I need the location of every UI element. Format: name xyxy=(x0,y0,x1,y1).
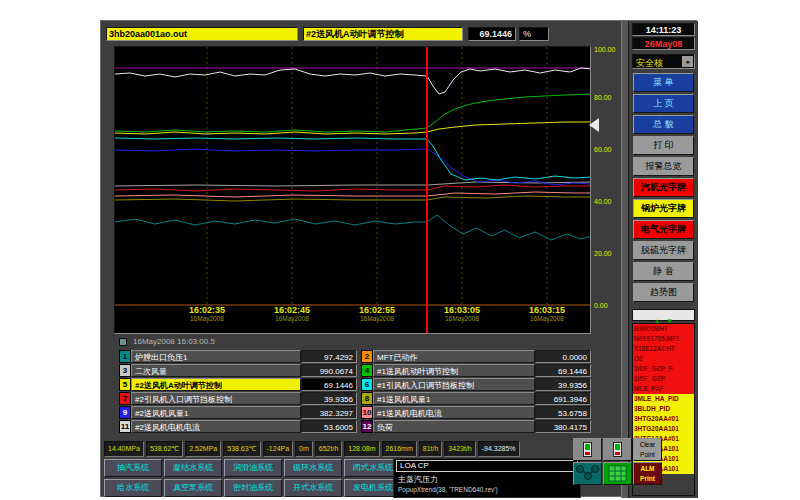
network-button[interactable] xyxy=(573,462,602,485)
toolbar-open-water[interactable]: 开式水系统 xyxy=(284,479,342,497)
trend-series-idf1-damper xyxy=(115,138,590,180)
alarm-print-label-1: ALM xyxy=(634,464,661,474)
sidebar-page-up-button[interactable]: 上 页 xyxy=(633,94,694,113)
status-main-steam-pressure: 14.40MPa xyxy=(104,441,144,457)
legend-row-4[interactable]: 4 #1送风机动叶调节控制 69.1446 xyxy=(361,364,591,377)
command-input[interactable]: LOA CP xyxy=(396,460,578,472)
signal-lamp-button-2[interactable] xyxy=(603,438,632,461)
pen-label-5: #2送风机A动叶调节控制 xyxy=(131,378,301,391)
toolbar-seal-oil[interactable]: 密封油系统 xyxy=(224,479,282,497)
sidebar-trend-button[interactable]: 趋势图 xyxy=(633,283,694,302)
sidebar-fgd-lamps-button[interactable]: 脱硫光字牌 xyxy=(633,241,694,260)
molecule-link-icon xyxy=(574,463,601,484)
sidebar-mute-button[interactable]: 静 音 xyxy=(633,262,694,281)
time-gridlines xyxy=(207,47,547,307)
grid-view-button[interactable] xyxy=(603,462,632,485)
pen-label-1: 炉膛出口负压1 xyxy=(131,350,301,363)
status-reheat-temp: 538.63℃ xyxy=(223,441,260,457)
sidebar-boiler-lamps-button[interactable]: 锅炉光字牌 xyxy=(633,199,694,218)
tag-item[interactable]: B99O1BHT xyxy=(633,324,694,334)
legend-row-5-selected[interactable]: 5 #2送风机A动叶调节控制 69.1446 xyxy=(119,378,357,391)
process-status-bar: 14.40MPa 538.62℃ 2.52MPa 538.63℃ -124Pa … xyxy=(104,441,570,457)
sidebar-turbine-lamps-button[interactable]: 汽机光字牌 xyxy=(633,178,694,197)
legend-row-3[interactable]: 3 二次风量 990.0674 xyxy=(119,364,357,377)
legend-row-11[interactable]: 11 #2送风机电机电流 53.6005 xyxy=(119,420,357,433)
tag-item[interactable]: 1IDF_GZP_F xyxy=(633,364,694,374)
legend-row-10[interactable]: 10 #1送风机电机电流 53.6758 xyxy=(361,406,591,419)
legend-row-2[interactable]: 2 MFT已动作 0.0000 xyxy=(361,350,591,363)
x-tick-1: 16:02:45 16May2008 xyxy=(257,305,327,323)
x-tick-4: 16:03:15 16May2008 xyxy=(512,305,582,323)
trend-chart[interactable]: 16:02:35 16May2008 16:02:45 16May2008 16… xyxy=(114,46,591,334)
status-load: 128.08m xyxy=(344,441,379,457)
toolbar-condensate[interactable]: 凝结水系统 xyxy=(164,459,222,477)
pen-label-12: 负荷 xyxy=(373,420,535,433)
status-percent: -94.3285% xyxy=(478,441,520,457)
pen-value-2: 0.0000 xyxy=(535,350,591,363)
trend-series-secondary-airflow xyxy=(115,68,590,94)
alarm-print-button[interactable]: ALM Print xyxy=(633,462,662,485)
tag-item[interactable]: 1IDF_GZP xyxy=(633,374,694,384)
tag-item[interactable]: O2 xyxy=(633,354,694,364)
trend-series-fan1-airflow xyxy=(115,196,590,201)
status-main-steam-temp: 538.62℃ xyxy=(146,441,183,457)
sidebar-menu-button[interactable]: 菜 单 xyxy=(633,73,694,92)
tag-item[interactable]: 3MLE_HA_PID xyxy=(633,394,694,404)
y-tick-100: 100.00 xyxy=(594,46,615,54)
pen-label-8: #1送风机风量1 xyxy=(373,392,535,405)
legend-right-column: 2 MFT已动作 0.0000 4 #1送风机动叶调节控制 69.1446 6 … xyxy=(361,350,591,434)
pen-value-5: 69.1446 xyxy=(301,378,357,391)
clear-point-button[interactable]: Clear Point xyxy=(633,438,662,461)
pen-value-1: 97.4292 xyxy=(301,350,357,363)
command-box: LOA CP 主蒸汽压力 PopupXtrend(38, 'TREND640.r… xyxy=(393,458,581,498)
trend-series-furnace-pressure xyxy=(115,215,590,240)
trend-title-box[interactable]: #2送风机A动叶调节控制 xyxy=(303,27,463,41)
trend-series-fan1-vane-ctrl xyxy=(115,94,590,132)
value-marker-triangle[interactable] xyxy=(589,118,599,132)
security-mode-icon[interactable]: ● xyxy=(682,56,693,67)
tag-list-scroll-strip: ▲ ▼ xyxy=(632,309,695,321)
tag-item[interactable]: 3BLDH_PID xyxy=(633,404,694,414)
command-line1: 主蒸汽压力 xyxy=(398,475,438,484)
security-mode-box[interactable]: 安全核 ● xyxy=(632,54,695,69)
sidebar-alarm-summary-button[interactable]: 报警总览 xyxy=(633,157,694,176)
toolbar-feedwater[interactable]: 给水系统 xyxy=(104,479,162,497)
signal-lamp-button-1[interactable] xyxy=(573,438,602,461)
legend-row-8[interactable]: 8 #1送风机风量1 691.3946 xyxy=(361,392,591,405)
legend-row-6[interactable]: 6 #1引风机入口调节挡板控制 39.9356 xyxy=(361,378,591,391)
legend-row-12[interactable]: 12 负荷 380.4175 xyxy=(361,420,591,433)
sidebar-electric-lamps-button[interactable]: 电气光字牌 xyxy=(633,220,694,239)
unit-box: % xyxy=(519,27,549,41)
toolbar-circ-water[interactable]: 循环水系统 xyxy=(284,459,342,477)
tag-item[interactable]: 3HTG20AA#01 xyxy=(633,414,694,424)
x-tick-2: 16:02:55 16May2008 xyxy=(342,305,412,323)
timestamp-marker xyxy=(119,338,127,346)
pen-value-9: 382.3297 xyxy=(301,406,357,419)
pen-color-5: 5 xyxy=(119,378,131,391)
pen-color-10: 10 xyxy=(361,406,373,419)
command-line2: PopupXtrend(38, 'TREND640.rev') xyxy=(398,486,498,494)
sidebar-print-button[interactable]: 打 印 xyxy=(633,136,694,155)
toolbar-extraction-steam[interactable]: 抽汽系统 xyxy=(104,459,162,477)
sidebar-overview-button[interactable]: 总 貌 xyxy=(633,115,694,134)
toolbar-lube-oil[interactable]: 润滑油系统 xyxy=(224,459,282,477)
pen-color-1: 1 xyxy=(119,350,131,363)
tag-item[interactable]: 3HTG20AA101 xyxy=(633,424,694,434)
legend-row-7[interactable]: 7 #2引风机入口调节挡板控制 39.9356 xyxy=(119,392,357,405)
y-tick-20: 20.00 xyxy=(594,250,612,258)
tag-item[interactable]: T18E12ACHT xyxy=(633,344,694,354)
current-value-box: 69.1446 xyxy=(468,27,516,41)
pen-color-2: 2 xyxy=(361,350,373,363)
toolbar-vacuum-pump[interactable]: 真空泵系统 xyxy=(164,479,222,497)
y-tick-80: 80.00 xyxy=(594,94,612,102)
status-drum-level: 2616mm xyxy=(382,441,417,457)
tag-item[interactable]: MLE_PAF xyxy=(633,384,694,394)
y-tick-40: 40.00 xyxy=(594,198,612,206)
legend-row-1[interactable]: 1 炉膛出口负压1 97.4292 xyxy=(119,350,357,363)
pen-value-12: 380.4175 xyxy=(535,420,591,433)
point-tag-box[interactable]: 3hb20aa001ao.out xyxy=(106,27,298,41)
legend-row-9[interactable]: 9 #2送风机风量1 382.3297 xyxy=(119,406,357,419)
trend-series-idf2-damper xyxy=(115,185,590,191)
tag-item[interactable]: N01E1705.MF1 xyxy=(633,334,694,344)
pen-color-11: 11 xyxy=(119,420,131,433)
